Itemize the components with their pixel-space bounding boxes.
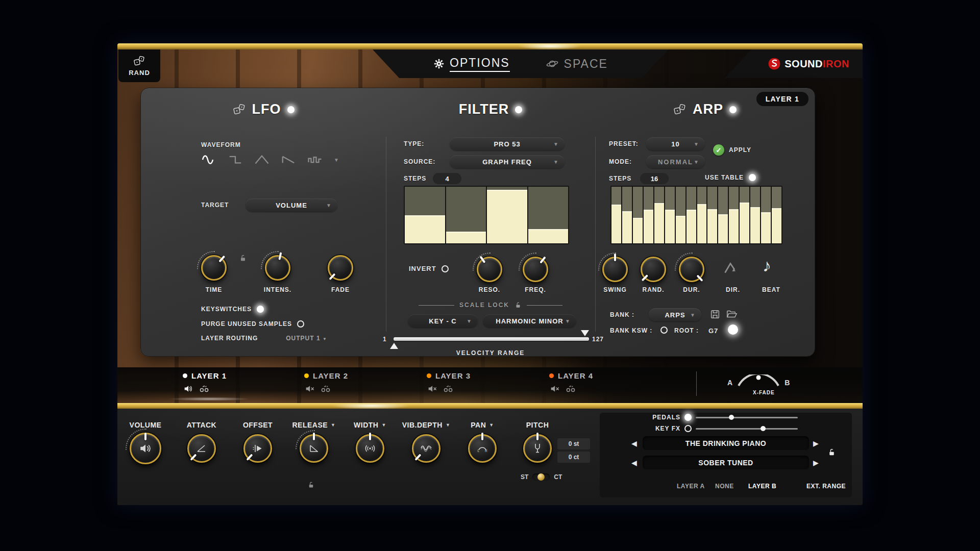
instrument-selector[interactable]: THE DRINKING PIANO [643, 436, 809, 450]
tab-layer-4[interactable]: LAYER 4 [549, 371, 593, 393]
step-bar[interactable] [707, 187, 717, 243]
tuning-selector[interactable]: SOBER TUNED [643, 456, 809, 470]
lfo-intensity-knob[interactable] [265, 255, 290, 281]
purge-toggle[interactable] [297, 320, 304, 328]
keyswitches-toggle[interactable] [257, 306, 264, 313]
link-icon[interactable] [566, 385, 576, 393]
step-bar[interactable] [622, 187, 632, 243]
step-bar[interactable] [446, 187, 486, 243]
waveform-triangle-icon[interactable] [254, 155, 270, 165]
lock-open-icon[interactable] [307, 481, 315, 489]
pedals-slider-handle[interactable] [729, 415, 734, 420]
filter-steps-value[interactable]: 4 [433, 173, 461, 184]
xfade-arc[interactable] [737, 374, 780, 388]
tuning-next-button[interactable]: ▶ [813, 459, 819, 467]
arp-swing-knob[interactable] [602, 257, 628, 282]
arp-direction-icon[interactable] [723, 260, 741, 278]
step-bar[interactable] [761, 187, 771, 243]
apply-button[interactable]: ✓ [713, 144, 724, 156]
vibdepth-header[interactable]: VIB.DEPTH▼ [402, 421, 451, 429]
filter-reso-knob[interactable] [477, 257, 502, 282]
offset-knob[interactable] [243, 434, 272, 463]
keyfx-toggle[interactable] [684, 425, 692, 432]
step-bar[interactable] [740, 187, 749, 243]
instrument-next-button[interactable]: ▶ [813, 439, 819, 447]
target-select[interactable]: VOLUME ▼ [246, 198, 337, 212]
speaker-muted-icon[interactable] [305, 385, 315, 393]
tab-layer-1[interactable]: LAYER 1 [183, 371, 227, 393]
tab-space[interactable]: SPACE [546, 57, 608, 71]
step-bar[interactable] [633, 187, 643, 243]
filter-power-led[interactable] [515, 106, 522, 113]
pedals-toggle[interactable] [684, 414, 692, 421]
step-bar[interactable] [528, 187, 569, 243]
pitch-knob[interactable] [523, 434, 552, 463]
step-bar[interactable] [697, 187, 707, 243]
lock-open-icon[interactable] [827, 448, 836, 457]
arp-steps-value[interactable]: 16 [640, 173, 669, 184]
rand-button[interactable]: RAND [118, 49, 160, 82]
release-knob[interactable] [300, 434, 328, 463]
pedals-slider[interactable] [696, 417, 798, 418]
step-bar[interactable] [487, 187, 527, 243]
step-bar[interactable] [718, 187, 728, 243]
tab-layer-3[interactable]: LAYER 3 [427, 371, 471, 393]
arp-power-led[interactable] [729, 106, 737, 113]
waveform-random-icon[interactable] [307, 155, 323, 165]
st-ct-toggle[interactable] [532, 473, 550, 481]
waveform-chevron-icon[interactable]: ▼ [334, 157, 339, 163]
attack-knob[interactable] [187, 434, 216, 463]
volume-knob[interactable] [130, 433, 161, 464]
link-icon[interactable] [321, 385, 331, 393]
step-bar[interactable] [687, 187, 696, 243]
speaker-muted-icon[interactable] [550, 385, 560, 393]
release-header[interactable]: RELEASE▼ [292, 421, 335, 429]
velocity-max-handle[interactable] [581, 330, 589, 336]
arp-mode-select[interactable]: NORMAL ▼ [646, 155, 705, 168]
root-value[interactable]: G7 [708, 327, 718, 335]
root-keyswitch-led[interactable] [728, 324, 738, 335]
arp-dur-knob[interactable] [679, 257, 704, 282]
link-icon[interactable] [443, 385, 453, 393]
speaker-on-icon[interactable] [184, 385, 194, 393]
step-bar[interactable] [729, 187, 739, 243]
link-icon[interactable] [199, 385, 209, 393]
invert-toggle[interactable] [442, 265, 449, 272]
lfo-time-knob[interactable] [201, 255, 227, 281]
filter-type-select[interactable]: PRO 53 ▼ [450, 137, 565, 151]
none-option[interactable]: NONE [715, 483, 734, 490]
arp-preset-select[interactable]: 10 ▼ [646, 137, 705, 151]
pan-header[interactable]: PAN▼ [471, 421, 494, 429]
tab-layer-2[interactable]: LAYER 2 [304, 371, 348, 393]
scale-type-select[interactable]: HARMONIC MINOR ▼ [483, 314, 576, 328]
keyfx-slider[interactable] [696, 428, 798, 430]
pan-knob[interactable]: LR [468, 434, 497, 463]
pitch-semitones-value[interactable]: 0 st [557, 438, 590, 449]
filter-step-graph[interactable] [404, 186, 569, 244]
lfo-fade-knob[interactable] [328, 255, 353, 281]
layer-routing-select[interactable]: OUTPUT 1 ▼ [286, 335, 327, 342]
step-bar[interactable] [611, 187, 621, 243]
ext-range-option[interactable]: EXT. RANGE [806, 483, 846, 490]
bank-ksw-toggle[interactable] [660, 327, 668, 334]
scale-key-select[interactable]: KEY - C ▼ [408, 314, 478, 328]
waveform-sine-icon[interactable] [199, 155, 216, 165]
velocity-min-handle[interactable] [390, 343, 398, 349]
lock-open-icon[interactable] [514, 302, 522, 309]
instrument-prev-button[interactable]: ◀ [631, 439, 637, 447]
step-bar[interactable] [654, 187, 664, 243]
lock-open-icon[interactable] [239, 254, 247, 262]
keyfx-slider-handle[interactable] [761, 426, 766, 431]
xfade-control[interactable]: A B X-FADE [727, 374, 790, 388]
step-bar[interactable] [644, 187, 653, 243]
step-bar[interactable] [676, 187, 685, 243]
arp-step-table[interactable] [610, 186, 782, 244]
tab-options[interactable]: OPTIONS [433, 56, 510, 72]
step-bar[interactable] [772, 187, 781, 243]
arp-beat-icon[interactable]: ♪ [763, 256, 771, 276]
width-knob[interactable] [356, 434, 384, 463]
waveform-square-icon[interactable] [228, 155, 243, 165]
speaker-muted-icon[interactable] [428, 385, 438, 393]
lfo-power-led[interactable] [287, 106, 295, 113]
pitch-cents-value[interactable]: 0 ct [557, 452, 590, 463]
